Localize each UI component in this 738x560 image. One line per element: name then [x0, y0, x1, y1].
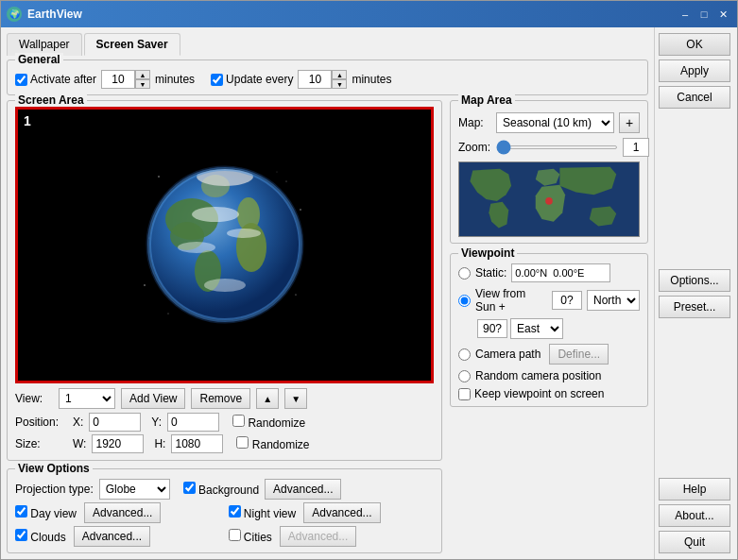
- clouds-row: Clouds Advanced...: [15, 526, 221, 547]
- zoom-label: Zoom:: [458, 141, 491, 154]
- keep-viewpoint-checkbox[interactable]: [458, 388, 471, 400]
- ok-button[interactable]: OK: [659, 33, 730, 56]
- h-input[interactable]: 1080: [171, 434, 223, 453]
- night-view-row: Night view Advanced...: [229, 502, 435, 523]
- static-radio[interactable]: [458, 267, 471, 280]
- camera-radio[interactable]: [458, 348, 471, 361]
- cities-advanced-button[interactable]: Advanced...: [280, 526, 356, 547]
- right-panel: OK Apply Cancel Options... Preset... Hel…: [654, 27, 737, 559]
- day-view-advanced-button[interactable]: Advanced...: [84, 502, 161, 523]
- view-controls-row: View: 1 Add View Remove ▲ ▼: [15, 388, 434, 409]
- main-panel: Wallpaper Screen Saver General Activate …: [1, 27, 654, 559]
- update-checkbox[interactable]: [211, 74, 223, 86]
- position-label: Position:: [15, 416, 67, 429]
- x-input[interactable]: 0: [89, 413, 141, 432]
- activate-value[interactable]: 10: [101, 70, 135, 89]
- svg-point-18: [192, 207, 239, 222]
- randomize-size-checkbox[interactable]: [236, 436, 249, 449]
- east-select[interactable]: East West North South: [510, 318, 563, 339]
- background-advanced-button[interactable]: Advanced...: [265, 479, 341, 500]
- update-spin-down[interactable]: ▼: [332, 79, 347, 89]
- up-button[interactable]: ▲: [256, 388, 279, 409]
- help-button[interactable]: Help: [659, 478, 730, 501]
- tab-screensaver[interactable]: Screen Saver: [84, 33, 180, 56]
- cancel-button[interactable]: Cancel: [659, 86, 730, 109]
- quit-button[interactable]: Quit: [659, 531, 730, 553]
- map-plus-button[interactable]: +: [619, 112, 640, 133]
- zoom-value-input[interactable]: [623, 138, 649, 157]
- randomize-position: Randomize: [232, 415, 305, 430]
- update-unit: minutes: [352, 73, 391, 86]
- sun-radio-row: View from Sun + North South East West: [458, 287, 640, 314]
- y-label: Y:: [151, 416, 162, 429]
- sun-value1-input[interactable]: [552, 291, 582, 310]
- size-row: Size: W: 1920 H: 1080 Randomize: [15, 434, 434, 453]
- general-row: Activate after 10 ▲ ▼ minutes Update eve…: [15, 70, 640, 89]
- random-label: Random camera position: [475, 369, 601, 382]
- activate-label: Activate after: [15, 73, 96, 86]
- cities-label: Cities: [229, 529, 272, 544]
- remove-button[interactable]: Remove: [191, 388, 250, 409]
- activate-spin-btns: ▲ ▼: [135, 70, 150, 89]
- activate-spin-up[interactable]: ▲: [135, 70, 150, 79]
- keep-label: Keep viewpoint on screen: [474, 387, 604, 400]
- about-button[interactable]: About...: [659, 504, 730, 527]
- update-spin-up[interactable]: ▲: [332, 70, 347, 79]
- svg-point-3: [285, 181, 286, 182]
- w-input[interactable]: 1920: [92, 434, 144, 453]
- update-label: Update every: [211, 73, 293, 86]
- maximize-button[interactable]: □: [695, 6, 712, 23]
- close-button[interactable]: ✕: [714, 6, 731, 23]
- clouds-checkbox[interactable]: [15, 529, 27, 541]
- general-label: General: [15, 53, 63, 66]
- night-view-advanced-button[interactable]: Advanced...: [303, 502, 380, 523]
- static-label: Static:: [475, 266, 506, 280]
- map-area-group: Map Area Map: Seasonal (10 km) Daily (1 …: [450, 100, 648, 244]
- activate-checkbox[interactable]: [15, 74, 27, 86]
- y-input[interactable]: 0: [167, 413, 219, 432]
- activate-unit: minutes: [155, 73, 195, 86]
- activate-spinner: 10 ▲ ▼: [101, 70, 150, 89]
- update-spin-btns: ▲ ▼: [332, 70, 347, 89]
- svg-point-9: [144, 284, 145, 285]
- random-radio[interactable]: [458, 370, 471, 382]
- zoom-row: Zoom: %: [458, 138, 640, 157]
- map-label: Map:: [458, 116, 491, 129]
- content-area: Wallpaper Screen Saver General Activate …: [1, 27, 737, 559]
- randomize-size: Randomize: [236, 436, 309, 451]
- view-select[interactable]: 1: [59, 388, 115, 409]
- viewpoint-label: Viewpoint: [458, 246, 517, 260]
- h-label: H:: [154, 437, 165, 450]
- activate-spin-down[interactable]: ▼: [135, 79, 150, 89]
- title-bar: 🌍 EarthView – □ ✕: [1, 1, 737, 27]
- apply-button[interactable]: Apply: [659, 59, 730, 82]
- clouds-advanced-button[interactable]: Advanced...: [74, 526, 150, 547]
- background-checkbox-label: Background: [183, 482, 259, 497]
- svg-point-4: [300, 209, 300, 210]
- map-area-label: Map Area: [458, 93, 515, 107]
- map-area-panel: Map Area Map: Seasonal (10 km) Daily (1 …: [450, 100, 648, 553]
- day-view-checkbox[interactable]: [15, 505, 27, 518]
- update-value[interactable]: 10: [298, 70, 332, 89]
- down-button[interactable]: ▼: [284, 388, 307, 409]
- minimize-button[interactable]: –: [677, 6, 694, 23]
- view-options-group: View Options Projection type: Globe Merc…: [7, 468, 442, 553]
- options-button[interactable]: Options...: [659, 269, 730, 292]
- night-view-checkbox[interactable]: [229, 505, 241, 518]
- add-view-button[interactable]: Add View: [121, 388, 185, 409]
- screen-number: 1: [24, 113, 31, 128]
- cities-checkbox[interactable]: [229, 529, 241, 541]
- zoom-slider[interactable]: [496, 145, 618, 149]
- background-checkbox[interactable]: [183, 482, 196, 494]
- map-select[interactable]: Seasonal (10 km) Daily (1 km) Static: [496, 112, 614, 133]
- north-select[interactable]: North South East West: [587, 290, 640, 311]
- projection-select[interactable]: Globe Mercator: [99, 479, 170, 500]
- middle-section: Screen Area 1: [7, 100, 648, 553]
- svg-point-20: [227, 229, 261, 238]
- randomize-position-checkbox[interactable]: [232, 415, 245, 427]
- define-button[interactable]: Define...: [549, 344, 609, 365]
- static-coord-input[interactable]: 0.00°N 0.00°E: [511, 263, 610, 282]
- sun-value2-input[interactable]: [477, 319, 507, 338]
- sun-radio[interactable]: [458, 295, 471, 307]
- preset-button[interactable]: Preset...: [659, 296, 730, 318]
